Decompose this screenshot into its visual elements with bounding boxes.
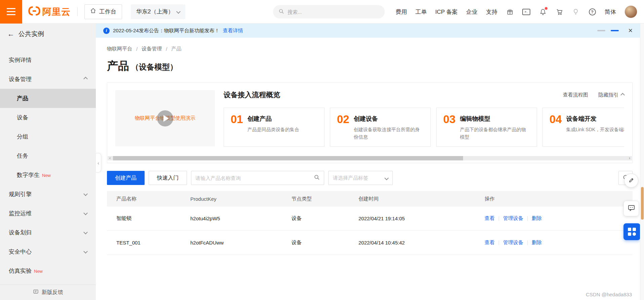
language-switcher[interactable]: 简体 — [605, 8, 616, 16]
vertical-scrollbar-thumb[interactable] — [641, 187, 644, 220]
delete-link[interactable]: 删除 — [532, 215, 542, 222]
cell-product-key: h2otFcADUww — [190, 240, 292, 246]
device-onboarding-guide-panel: 物联网平台物模型使用演示 设备接入流程概览 查看流程图 隐藏指引 — [107, 82, 633, 163]
info-icon: i — [103, 28, 110, 34]
view-details-link[interactable]: 查看详情 — [223, 28, 243, 34]
scroll-left-arrow-icon[interactable]: ‹ — [108, 156, 112, 160]
lightbulb-icon[interactable] — [572, 8, 580, 16]
banner-indicator-2[interactable] — [611, 30, 619, 31]
app-box-icon[interactable] — [506, 8, 514, 16]
sidebar-item-task[interactable]: 任务 — [0, 146, 96, 165]
new-badge: New — [34, 269, 43, 274]
cell-node-type: 设备 — [292, 215, 358, 222]
scroll-right-arrow-icon[interactable]: › — [627, 156, 632, 160]
content-area: 物联网平台 / 设备管理 / 产品 产品 （设备模型） 物联网平台物模型使用演示 — [96, 46, 640, 255]
nav-link-icp[interactable]: ICP 备案 — [435, 8, 458, 16]
nav-link-support[interactable]: 支持 — [486, 8, 497, 16]
cloudshell-terminal-icon[interactable]: >_ — [522, 8, 530, 16]
feedback-label: 新版反馈 — [42, 289, 63, 296]
topnav-right: 费用 工单 ICP 备案 企业 支持 >_ ? 简 — [395, 0, 637, 24]
close-icon[interactable]: × — [628, 27, 633, 34]
hide-guide-link[interactable]: 隐藏指引 — [598, 92, 624, 98]
chevron-down-icon — [177, 9, 181, 14]
page-title-row: 产品 （设备模型） — [107, 59, 633, 74]
hamburger-menu-button[interactable] — [0, 0, 22, 24]
sidebar-item-rules-engine[interactable]: 规则引擎 — [0, 185, 96, 204]
chevron-down-icon — [384, 176, 389, 180]
cell-product-name: 智能锁 — [107, 215, 190, 222]
collapse-icon: ‹ — [98, 160, 99, 166]
view-flowchart-link[interactable]: 查看流程图 — [563, 92, 588, 98]
user-avatar[interactable] — [624, 5, 637, 18]
help-icon[interactable]: ? — [588, 8, 596, 16]
view-link[interactable]: 查看 — [485, 215, 495, 222]
breadcrumb-device-management[interactable]: 设备管理 — [142, 46, 162, 52]
product-search-box — [191, 171, 324, 185]
scrollbar-thumb[interactable] — [113, 156, 463, 160]
sidebar-item-group[interactable]: 分组 — [0, 127, 96, 146]
notification-bell-icon[interactable] — [539, 8, 547, 16]
horizontal-scrollbar[interactable]: ‹ › — [108, 156, 632, 160]
table-row: TEST_001 h2otFcADUww 设备 2022/04/14 10:45… — [107, 231, 633, 255]
vertical-scrollbar[interactable] — [640, 24, 644, 300]
create-product-button[interactable]: 创建产品 — [107, 171, 145, 185]
play-button[interactable] — [157, 110, 173, 126]
breadcrumb: 物联网平台 / 设备管理 / 产品 — [107, 46, 633, 52]
cell-node-type: 设备 — [292, 239, 358, 246]
sidebar-item-device-allocation[interactable]: 设备划归 — [0, 223, 96, 242]
banner-indicator-1[interactable] — [597, 30, 605, 31]
cell-product-key: h2otu4i2pW5 — [190, 216, 292, 221]
nav-link-enterprise[interactable]: 企业 — [466, 8, 478, 16]
chevron-up-icon — [620, 93, 625, 97]
scrollbar-track[interactable] — [112, 156, 627, 160]
product-tag-select[interactable]: 请选择产品标签 — [328, 171, 393, 185]
feedback-button[interactable]: 新版反馈 — [0, 285, 96, 300]
manage-devices-link[interactable]: 管理设备 — [503, 239, 523, 246]
step-card-create-device: 02 创建设备 创建设备获取连接平台所需的身份信息 — [330, 108, 431, 147]
guide-steps: 01 创建产品 产品是同品类设备的集合 02 创建设备 创建设 — [224, 108, 624, 147]
search-icon[interactable] — [314, 174, 320, 182]
workbench-button[interactable]: 工作台 — [84, 4, 122, 19]
product-table: 产品名称 ProductKey 节点类型 创建时间 操作 智能锁 h2otu4i… — [107, 191, 633, 255]
cart-icon[interactable] — [555, 8, 563, 16]
sidebar-item-device[interactable]: 设备 — [0, 108, 96, 127]
alibaba-cloud-logo[interactable]: 阿里云 — [28, 6, 71, 18]
sidebar-back-label: 公共实例 — [18, 30, 44, 38]
chat-bubble-icon — [628, 204, 635, 213]
view-link[interactable]: 查看 — [485, 239, 495, 246]
back-arrow-icon: ← — [7, 30, 14, 38]
search-icon — [278, 8, 284, 15]
sidebar-item-simulation[interactable]: 仿真实验 New — [0, 261, 96, 280]
global-search — [273, 5, 385, 18]
alibaba-cloud-logo-icon — [28, 6, 40, 17]
sidebar-collapse-handle[interactable]: ‹ — [96, 153, 101, 173]
manage-devices-link[interactable]: 管理设备 — [503, 215, 523, 222]
breadcrumb-iot-platform[interactable]: 物联网平台 — [107, 46, 132, 52]
global-search-input[interactable] — [288, 9, 379, 15]
sidebar-item-instance-detail[interactable]: 实例详情 — [0, 50, 96, 70]
sidebar-item-monitoring-ops[interactable]: 监控运维 — [0, 204, 96, 223]
watermark: CSDN @hedada833 — [586, 292, 632, 297]
quickstart-button[interactable]: 快速入门 — [149, 171, 187, 185]
mini-apps-button[interactable] — [623, 223, 640, 240]
sidebar-item-product[interactable]: 产品 — [0, 89, 96, 108]
page-subtitle: （设备模型） — [131, 62, 178, 72]
logo-text: 阿里云 — [42, 6, 71, 18]
sidebar-item-security-center[interactable]: 安全中心 — [0, 242, 96, 261]
chat-support-button[interactable] — [623, 201, 639, 216]
main-content: i 2022-05-24发布公告：物联网平台新功能发布！ 查看详情 × 物联网平… — [96, 24, 640, 300]
tutorial-video-thumbnail[interactable]: 物联网平台物模型使用演示 — [115, 90, 215, 146]
region-selector[interactable]: 华东2（上海） — [131, 4, 185, 19]
delete-link[interactable]: 删除 — [532, 239, 542, 246]
sidebar-item-device-management[interactable]: 设备管理 — [0, 70, 96, 89]
announcement-text: 2022-05-24发布公告：物联网平台新功能发布！ — [113, 28, 220, 34]
nav-link-billing[interactable]: 费用 — [395, 8, 407, 16]
pencil-icon — [628, 177, 635, 185]
sidebar-back-public-instance[interactable]: ← 公共实例 — [0, 24, 96, 44]
home-icon — [90, 8, 96, 15]
sidebar: ← 公共实例 实例详情 设备管理 产品 设备 分组 任务 — [0, 24, 96, 300]
product-search-input[interactable] — [195, 175, 311, 181]
sidebar-item-digital-twin[interactable]: 数字孪生 New — [0, 165, 96, 185]
nav-link-tickets[interactable]: 工单 — [415, 8, 427, 16]
edit-feedback-button[interactable] — [624, 174, 638, 188]
